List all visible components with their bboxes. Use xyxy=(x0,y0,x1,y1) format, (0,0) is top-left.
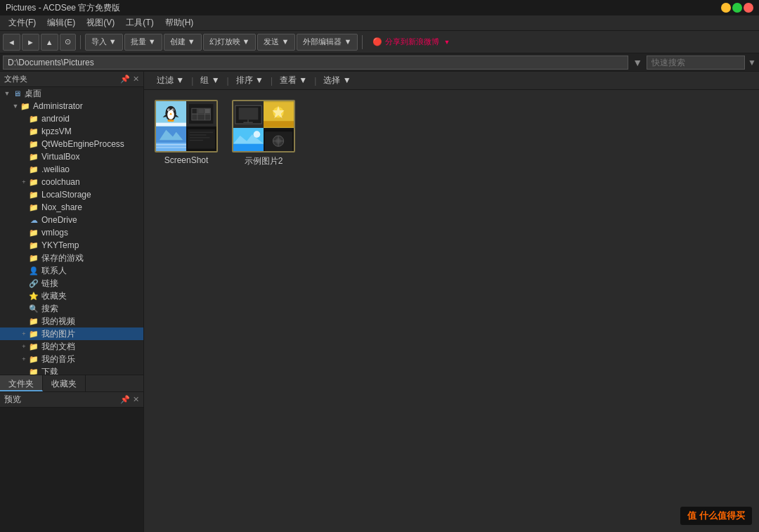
expand-music[interactable]: + xyxy=(20,355,28,363)
tree-item-QtWebEngineProcess[interactable]: 📁 QtWebEngineProcess xyxy=(0,138,143,150)
tree-item-favorites-tree[interactable]: ⭐ 收藏夹 xyxy=(0,290,143,302)
tree-item-music[interactable]: + 📁 我的音乐 xyxy=(0,353,143,365)
search-input[interactable] xyxy=(647,56,745,70)
weibo-label: 分享到新浪微博 xyxy=(385,37,439,47)
tree-item-documents[interactable]: + 📁 我的文档 xyxy=(0,340,143,353)
tree-item-kpzsVM[interactable]: 📁 kpzsVM xyxy=(0,125,143,138)
preview-pin-button[interactable]: 📌 xyxy=(120,395,130,404)
tree-item-OneDrive[interactable]: ☁ OneDrive xyxy=(0,214,143,226)
sort-button[interactable]: 排序 ▼ xyxy=(231,73,269,88)
nav-refresh-button[interactable]: ⊙ xyxy=(60,34,76,51)
file-tree: ▼ 🖥 桌面 ▼ 📁 Administrator 📁 android 📁 kpz… xyxy=(0,87,143,375)
panel-pin-button[interactable]: 📌 xyxy=(120,74,130,84)
menu-tools[interactable]: 工具(T) xyxy=(120,15,159,30)
address-input[interactable] xyxy=(3,56,628,70)
tree-label-kpzsVM: kpzsVM xyxy=(41,126,72,136)
menu-view[interactable]: 视图(V) xyxy=(81,15,120,30)
filter-button[interactable]: 过滤 ▼ xyxy=(151,73,190,88)
nav-forward-button[interactable]: ► xyxy=(22,34,39,51)
menu-bar: 文件(F) 编辑(E) 视图(V) 工具(T) 帮助(H) xyxy=(0,15,759,31)
expand-administrator[interactable]: ▼ xyxy=(11,102,20,110)
title-bar: Pictures - ACDSee 官方免费版 xyxy=(0,0,759,15)
expand-videos xyxy=(20,317,28,325)
select-button[interactable]: 选择 ▼ xyxy=(318,73,356,88)
expand-coolchuan[interactable]: + xyxy=(20,178,28,186)
tree-item-videos[interactable]: 📁 我的视频 xyxy=(0,315,143,327)
tree-label-administrator: Administrator xyxy=(33,101,83,111)
tree-item-savedgames[interactable]: 📁 保存的游戏 xyxy=(0,252,143,264)
expand-Nox_share xyxy=(20,203,28,212)
expand-contacts xyxy=(20,266,28,275)
tree-label-OneDrive: OneDrive xyxy=(41,215,77,225)
close-button[interactable] xyxy=(744,3,753,13)
vmlogs-icon: 📁 xyxy=(28,228,39,238)
tree-item-administrator[interactable]: ▼ 📁 Administrator xyxy=(0,100,143,112)
tree-item-VirtualBox[interactable]: 📁 VirtualBox xyxy=(0,150,143,163)
searches-icon: 🔍 xyxy=(28,304,39,313)
menu-help[interactable]: 帮助(H) xyxy=(160,15,200,30)
toolbar-sep-1 xyxy=(80,35,81,49)
android-icon: 📁 xyxy=(28,114,39,124)
expand-documents[interactable]: + xyxy=(20,342,28,351)
tab-folders[interactable]: 文件夹 xyxy=(0,375,43,391)
view-button[interactable]: 查看 ▼ xyxy=(274,73,313,88)
thumb-cell-3 xyxy=(156,126,186,152)
folder-item-example[interactable]: 示例图片2 xyxy=(228,97,299,170)
music-icon: 📁 xyxy=(28,354,39,364)
menu-file[interactable]: 文件(F) xyxy=(3,15,41,30)
tree-item-searches[interactable]: 🔍 搜索 xyxy=(0,302,143,315)
batch-button[interactable]: 批量 ▼ xyxy=(124,34,162,51)
tree-label-searches: 搜索 xyxy=(41,303,58,315)
folder-thumbnail-example xyxy=(232,100,295,153)
svg-rect-12 xyxy=(156,123,186,126)
tree-item-LocalStorage[interactable]: 📁 LocalStorage xyxy=(0,188,143,201)
tree-item-links[interactable]: 🔗 链接 xyxy=(0,277,143,290)
VirtualBox-icon: 📁 xyxy=(28,152,39,162)
slideshow-button[interactable]: 幻灯放映 ▼ xyxy=(203,34,257,51)
left-panel-tabs: 文件夹 收藏夹 xyxy=(0,375,143,391)
tree-item-vmlogs[interactable]: 📁 vmlogs xyxy=(0,226,143,239)
panel-close-button[interactable]: ✕ xyxy=(133,74,139,84)
tree-item-contacts[interactable]: 👤 联系人 xyxy=(0,264,143,277)
downloads-icon: 📁 xyxy=(28,367,39,375)
expand-pictures[interactable]: + xyxy=(20,330,28,338)
preview-close-button[interactable]: ✕ xyxy=(133,395,139,404)
tree-item-pictures[interactable]: + 📁 我的图片 xyxy=(0,327,143,340)
panel-header-buttons: 📌 ✕ xyxy=(120,74,139,84)
window-controls xyxy=(721,3,753,13)
import-button[interactable]: 导入 ▼ xyxy=(85,34,123,51)
tree-label-QtWebEngineProcess: QtWebEngineProcess xyxy=(41,139,124,149)
preview-panel: 预览 📌 ✕ xyxy=(0,391,143,532)
tree-item-android[interactable]: 📁 android xyxy=(0,112,143,125)
svg-rect-17 xyxy=(192,113,211,114)
expand-downloads xyxy=(20,368,28,375)
tree-item-coolchuan[interactable]: + 📁 coolchuan xyxy=(0,176,143,188)
svg-rect-38 xyxy=(264,121,294,127)
tree-item-YKYTemp[interactable]: 📁 YKYTemp xyxy=(0,239,143,252)
search-dropdown-button[interactable]: ▼ xyxy=(748,58,756,67)
group-button[interactable]: 组 ▼ xyxy=(195,73,225,88)
pictures-icon: 📁 xyxy=(28,329,39,339)
tree-item-downloads[interactable]: 📁 下载 xyxy=(0,365,143,375)
expand-desktop[interactable]: ▼ xyxy=(3,89,11,98)
minimize-button[interactable] xyxy=(721,3,731,13)
menu-edit[interactable]: 编辑(E) xyxy=(41,15,81,30)
LocalStorage-icon: 📁 xyxy=(28,190,39,200)
tab-favorites[interactable]: 收藏夹 xyxy=(43,375,86,391)
nav-back-button[interactable]: ◄ xyxy=(3,34,20,51)
tree-item-desktop[interactable]: ▼ 🖥 桌面 xyxy=(0,87,143,100)
expand-QtWebEngineProcess xyxy=(20,140,28,148)
tree-item-weiliao[interactable]: 📁 .weiliao xyxy=(0,163,143,176)
weibo-share-button[interactable]: 🔴 分享到新浪微博 ▼ xyxy=(367,34,455,49)
expand-VirtualBox xyxy=(20,153,28,161)
folder-item-screenshot[interactable]: ScreenShot xyxy=(151,97,221,170)
send-button[interactable]: 发送 ▼ xyxy=(257,34,295,51)
address-dropdown-button[interactable]: ▼ xyxy=(631,57,644,68)
nav-up-button[interactable]: ▲ xyxy=(41,34,58,51)
create-button[interactable]: 创建 ▼ xyxy=(164,34,202,51)
tree-item-Nox_share[interactable]: 📁 Nox_share xyxy=(0,201,143,214)
external-editor-button[interactable]: 外部编辑器 ▼ xyxy=(297,34,358,51)
maximize-button[interactable] xyxy=(732,3,742,13)
tree-label-Nox_share: Nox_share xyxy=(41,202,82,212)
tree-label-downloads: 下载 xyxy=(41,366,58,375)
